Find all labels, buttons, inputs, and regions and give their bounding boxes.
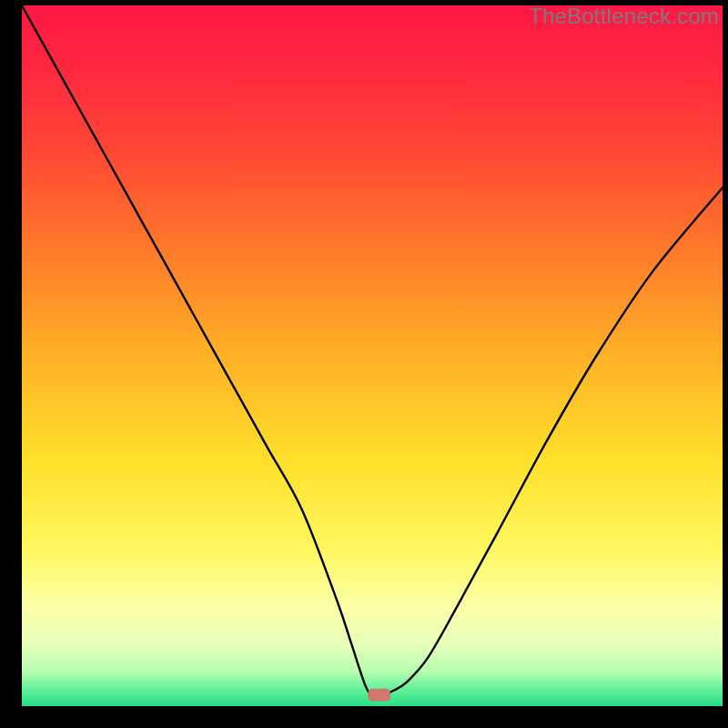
optimal-marker (368, 689, 390, 702)
watermark-text: TheBottleneck.com (529, 4, 719, 29)
bottleneck-curve-chart (22, 5, 723, 706)
chart-container: TheBottleneck.com (0, 0, 728, 728)
plot-area (22, 5, 723, 706)
gradient-background (22, 5, 723, 706)
